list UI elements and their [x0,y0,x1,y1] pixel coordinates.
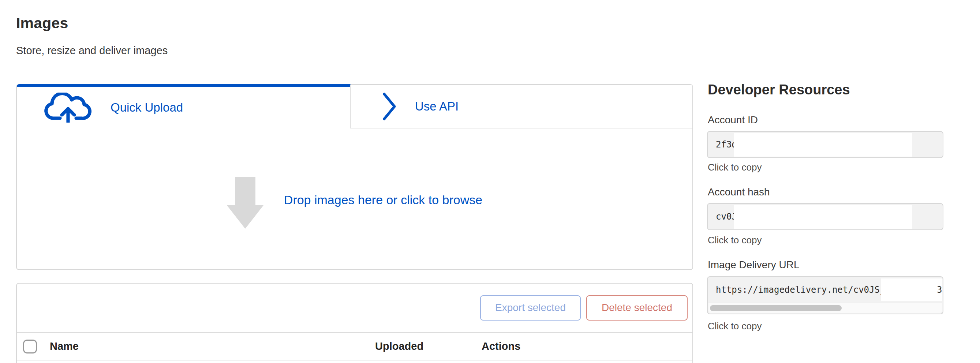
column-header-uploaded: Uploaded [375,340,423,352]
account-id-field[interactable]: 2f3d [707,131,943,158]
upload-tabbar: Quick Upload Use API [17,84,692,129]
image-delivery-url-tail: 3 [937,277,942,302]
image-delivery-url-copy-hint: Click to copy [708,320,762,332]
table-header-row: Name Uploaded Actions [17,333,692,360]
redaction-box [734,205,912,229]
images-page: Images Store, resize and deliver images … [0,0,980,363]
chevron-right-icon [380,92,398,121]
page-title: Images [16,14,68,32]
page-subtitle: Store, resize and deliver images [16,45,168,57]
select-all-checkbox[interactable] [23,339,37,353]
upload-card: Quick Upload Use API Drop images here or… [16,84,693,270]
image-delivery-url-field[interactable]: https://imagedelivery.net/cv0JSj 3 [707,276,943,314]
image-delivery-url-value: https://imagedelivery.net/cv0JSj [716,285,885,295]
tab-quick-upload-label: Quick Upload [110,100,183,115]
redaction-box [881,279,942,301]
account-hash-copy-hint: Click to copy [708,234,762,246]
images-table-card: Export selected Delete selected Name Upl… [16,283,693,363]
horizontal-scrollbar-thumb[interactable] [710,305,842,311]
cloud-upload-icon [43,92,94,123]
tab-use-api-label: Use API [415,100,458,113]
delete-selected-button[interactable]: Delete selected [586,295,687,320]
tab-quick-upload[interactable]: Quick Upload [17,84,351,129]
column-header-actions: Actions [482,340,520,352]
column-header-name: Name [50,340,79,352]
table-toolbar: Export selected Delete selected [17,283,692,333]
tab-use-api[interactable]: Use API [351,84,692,129]
dropzone-label: Drop images here or click to browse [284,193,482,207]
account-id-label: Account ID [708,114,758,126]
image-delivery-url-label: Image Delivery URL [708,259,800,271]
horizontal-scrollbar [708,302,942,313]
export-selected-button[interactable]: Export selected [480,295,581,320]
account-hash-field[interactable]: cv0J [707,203,943,230]
redaction-box [734,133,912,157]
account-hash-label: Account hash [708,186,770,198]
developer-resources-title: Developer Resources [708,82,850,98]
account-id-copy-hint: Click to copy [708,162,762,173]
image-dropzone[interactable]: Drop images here or click to browse [17,129,692,269]
arrow-down-icon [227,177,264,229]
developer-resources-panel: Developer Resources Account ID 2f3d Clic… [707,0,944,363]
